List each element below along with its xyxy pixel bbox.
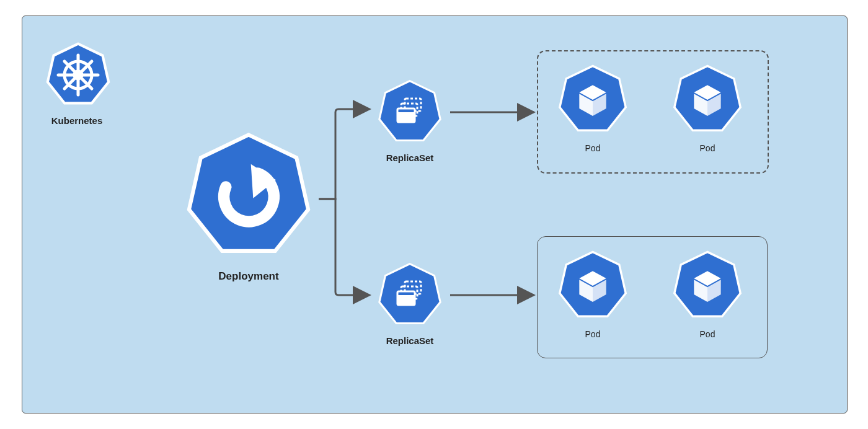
diagram-canvas: Kubernetes Deployment ReplicaSet bbox=[22, 15, 848, 414]
connectors bbox=[22, 16, 847, 413]
